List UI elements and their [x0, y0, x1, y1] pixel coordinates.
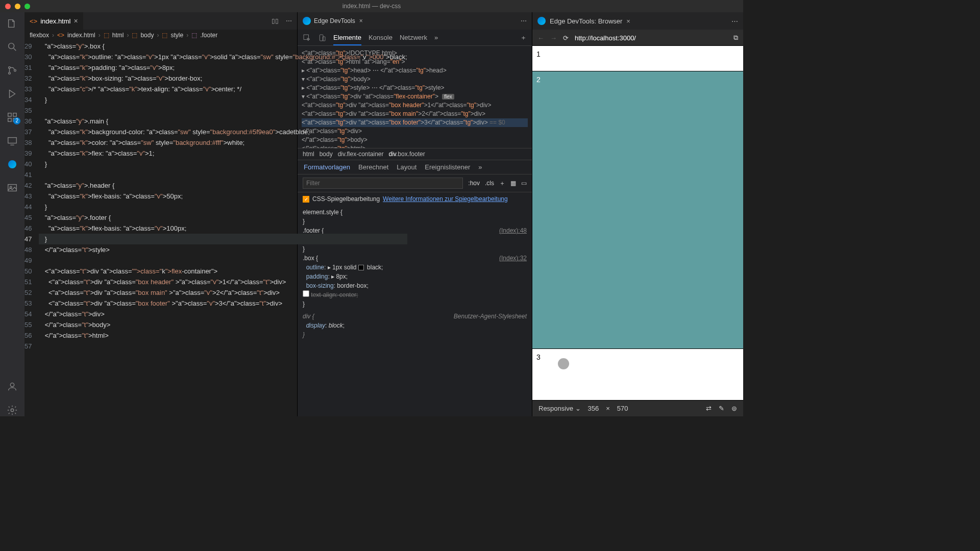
zoom-window[interactable]: [24, 4, 30, 9]
split-editor-icon[interactable]: ▯▯: [272, 17, 279, 24]
rule-src[interactable]: (Index):32: [499, 254, 527, 263]
screenshot-icon[interactable]: ⊚: [731, 405, 737, 412]
edge-icon: [303, 17, 311, 25]
svg-rect-4: [8, 113, 11, 116]
devtools-title: Edge DevTools: [314, 17, 355, 24]
width-value[interactable]: 356: [588, 405, 599, 412]
toggle-pane-icon[interactable]: ▭: [521, 180, 527, 187]
code-editor[interactable]: 2930313233343536373839404142434445464748…: [24, 41, 297, 416]
footer-text: 3: [536, 353, 541, 361]
reload-icon[interactable]: ⟳: [563, 34, 569, 42]
window-title: index.html — dev-css: [342, 3, 401, 10]
editor-tabs: <> index.html × ▯▯ ⋯: [24, 12, 297, 30]
browser-preview[interactable]: 1 2 3: [532, 46, 743, 400]
extensions-badge: 2: [13, 117, 20, 124]
preview-main[interactable]: 2: [532, 71, 743, 349]
preview-header[interactable]: 1: [532, 46, 743, 71]
close-window[interactable]: [5, 4, 11, 9]
bc-3[interactable]: body: [140, 32, 154, 39]
tab-index-html[interactable]: <> index.html ×: [24, 12, 83, 30]
run-debug-icon[interactable]: [6, 88, 18, 100]
cls-toggle[interactable]: .cls: [485, 180, 494, 187]
settings-gear-icon[interactable]: [6, 404, 18, 416]
svg-point-3: [14, 69, 16, 71]
breadcrumb[interactable]: flexbox› <>index.html› ⬚html› ⬚body› ⬚st…: [24, 30, 297, 41]
account-icon[interactable]: [6, 381, 18, 393]
edge-icon: [537, 17, 546, 25]
remote-explorer-icon[interactable]: [6, 135, 18, 147]
tab-ereignislistener[interactable]: Ereignislistener: [425, 163, 470, 171]
svg-point-12: [11, 409, 14, 412]
svg-point-11: [10, 383, 14, 387]
browser-title: Edge DevTools: Browser: [550, 17, 622, 25]
svg-rect-5: [13, 113, 16, 116]
titlebar: index.html — dev-css: [0, 0, 743, 12]
computed-icon[interactable]: ▦: [510, 180, 516, 187]
height-value[interactable]: 570: [617, 405, 628, 412]
touch-cursor: [558, 358, 569, 369]
extensions-icon[interactable]: 2: [6, 111, 18, 123]
bc-0[interactable]: flexbox: [30, 32, 49, 39]
explorer-icon[interactable]: [6, 17, 18, 30]
rotate-icon[interactable]: ⇄: [706, 405, 712, 412]
open-external-icon[interactable]: ⧉: [733, 34, 738, 42]
bc-2[interactable]: html: [112, 32, 124, 39]
bc-4[interactable]: style: [170, 32, 183, 39]
edit-icon[interactable]: ✎: [719, 405, 724, 412]
search-icon[interactable]: [6, 41, 18, 53]
close-icon[interactable]: ×: [359, 17, 363, 24]
forward-icon[interactable]: →: [550, 34, 557, 42]
close-icon[interactable]: ×: [626, 17, 630, 25]
svg-point-2: [9, 72, 11, 74]
back-icon[interactable]: ←: [537, 34, 544, 42]
bc-5[interactable]: .footer: [200, 32, 217, 39]
tab-konsole[interactable]: Konsole: [369, 34, 393, 41]
image-icon[interactable]: [6, 182, 18, 194]
bc-1[interactable]: index.html: [67, 32, 95, 39]
source-control-icon[interactable]: [6, 64, 18, 77]
svg-point-1: [9, 67, 11, 69]
more-icon[interactable]: ⋯: [731, 17, 738, 25]
svg-rect-13: [304, 35, 308, 39]
new-tab-icon[interactable]: ＋: [520, 33, 527, 42]
tab-label: index.html: [40, 17, 70, 25]
responsive-dropdown[interactable]: Responsive ⌄: [538, 405, 581, 412]
tabs-overflow-icon[interactable]: »: [478, 163, 482, 171]
svg-point-0: [9, 43, 14, 49]
url-input[interactable]: [575, 34, 727, 42]
html-file-icon: <>: [30, 17, 37, 25]
preview-footer[interactable]: 3: [532, 349, 743, 400]
svg-rect-8: [8, 138, 17, 143]
svg-rect-6: [8, 118, 11, 121]
more-actions-icon[interactable]: ⋯: [286, 17, 292, 24]
edge-tools-icon[interactable]: [6, 158, 18, 170]
new-rule-icon[interactable]: ＋: [499, 179, 505, 188]
rule-src[interactable]: (Index):48: [499, 226, 527, 235]
hov-toggle[interactable]: :hov: [468, 180, 480, 187]
tabs-overflow-icon[interactable]: »: [434, 34, 438, 41]
ua-label: Benutzer-Agent-Stylesheet: [454, 312, 527, 321]
minimize-window[interactable]: [15, 4, 20, 9]
tab-netzwerk[interactable]: Netzwerk: [400, 34, 427, 41]
tab-close-icon[interactable]: ×: [74, 17, 78, 25]
more-icon[interactable]: ⋯: [521, 17, 527, 24]
activity-bar: 2: [0, 12, 24, 416]
